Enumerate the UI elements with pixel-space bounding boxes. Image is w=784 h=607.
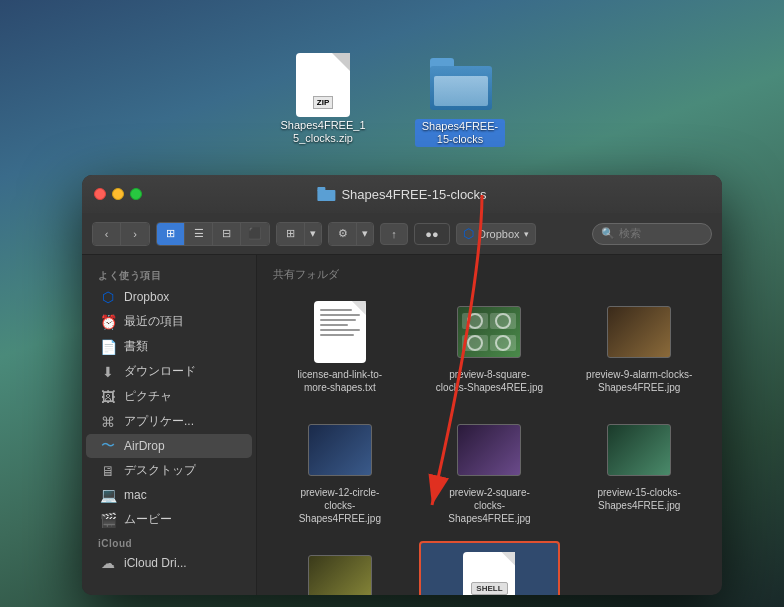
action-chevron[interactable]: ▾: [357, 223, 373, 245]
favorites-section-label: よく使う項目: [82, 263, 256, 285]
share-button[interactable]: ↑: [380, 223, 408, 245]
sidebar-applications-label: アプリケー...: [124, 413, 194, 430]
list-item[interactable]: preview-9-alarm-clocks-Shapes4FREE.jpg: [568, 292, 710, 402]
preview12-label: preview-12-circle-clocks-Shapes4FREE.jpg: [285, 486, 395, 525]
sidebar-item-applications[interactable]: ⌘ アプリケー...: [86, 409, 252, 434]
documents-icon: 📄: [100, 339, 116, 355]
csh-file-thumb: SHELL: [457, 551, 521, 595]
airdrop-icon: 〜: [100, 438, 116, 454]
preview8-label: preview-8-square-clocks-Shapes4REE.jpg: [434, 368, 544, 394]
movies-icon: 🎬: [100, 512, 116, 528]
sidebar-item-mac[interactable]: 💻 mac: [86, 483, 252, 507]
dropbox-button[interactable]: ⬡ Dropbox ▾: [456, 223, 536, 245]
back-button[interactable]: ‹: [93, 223, 121, 245]
sidebar: よく使う項目 ⬡ Dropbox ⏰ 最近の項目 📄 書類: [82, 255, 257, 595]
tags-button[interactable]: ●●: [414, 223, 450, 245]
list-item[interactable]: preview-2-square-clocks-Shapes4FREE.jpg: [419, 410, 561, 533]
txt-file-thumb: [308, 300, 372, 364]
list-item[interactable]: preview-31-circle-clocks-Shapes4FREE.jpg: [269, 541, 411, 595]
preview2sq-thumb: [457, 418, 521, 482]
pictures-icon: 🖼: [100, 389, 116, 405]
sidebar-mac-label: mac: [124, 488, 147, 502]
sort-button[interactable]: ⊞: [277, 223, 305, 245]
recents-icon: ⏰: [100, 314, 116, 330]
desktop: ZIP Shapes4FREE_15_clocks.zip Shapes4FRE…: [0, 0, 784, 607]
action-button[interactable]: ⚙: [329, 223, 357, 245]
sort-chevron[interactable]: ▾: [305, 223, 321, 245]
preview2sq-label: preview-2-square-clocks-Shapes4FREE.jpg: [434, 486, 544, 525]
nav-buttons: ‹ ›: [92, 222, 150, 246]
folder-filename: Shapes4FREE-15-clocks: [415, 119, 505, 147]
list-item[interactable]: preview-12-circle-clocks-Shapes4FREE.jpg: [269, 410, 411, 533]
downloads-icon: ⬇: [100, 364, 116, 380]
preview15-label: preview-15-clocks-Shapes4FREE.jpg: [584, 486, 694, 512]
maximize-button[interactable]: [130, 188, 142, 200]
sidebar-item-desktop[interactable]: 🖥 デスクトップ: [86, 458, 252, 483]
preview31-thumb: [308, 549, 372, 595]
preview8-thumb: [457, 300, 521, 364]
sidebar-item-dropbox[interactable]: ⬡ Dropbox: [86, 285, 252, 309]
preview15-thumb: [607, 418, 671, 482]
txt-file-label: license-and-link-to-more-shapes.txt: [285, 368, 395, 394]
sidebar-item-documents[interactable]: 📄 書類: [86, 334, 252, 359]
list-item[interactable]: SHELL Shapes4FREE-15-clocks.csh: [419, 541, 561, 595]
search-icon: 🔍: [601, 227, 615, 240]
minimize-button[interactable]: [112, 188, 124, 200]
zip-filename: Shapes4FREE_15_clocks.zip: [278, 119, 368, 145]
sidebar-icloud-label: iCloud Dri...: [124, 556, 187, 570]
sidebar-item-recents[interactable]: ⏰ 最近の項目: [86, 309, 252, 334]
desktop-icon-folder[interactable]: Shapes4FREE-15-clocks: [415, 55, 505, 147]
list-item[interactable]: preview-15-clocks-Shapes4FREE.jpg: [568, 410, 710, 533]
sidebar-desktop-label: デスクトップ: [124, 462, 196, 479]
mac-icon: 💻: [100, 487, 116, 503]
preview12-thumb: [308, 418, 372, 482]
view-buttons: ⊞ ☰ ⊟ ⬛: [156, 222, 270, 246]
view-icon-button[interactable]: ⊞: [157, 223, 185, 245]
sidebar-movies-label: ムービー: [124, 511, 172, 528]
sidebar-item-icloud-drive[interactable]: ☁ iCloud Dri...: [86, 551, 252, 575]
list-item[interactable]: preview-8-square-clocks-Shapes4REE.jpg: [419, 292, 561, 402]
sidebar-downloads-label: ダウンロード: [124, 363, 196, 380]
sidebar-documents-label: 書類: [124, 338, 148, 355]
title-folder-icon: [317, 187, 335, 201]
sidebar-item-airdrop[interactable]: 〜 AirDrop: [86, 434, 252, 458]
window-controls: [94, 188, 142, 200]
sidebar-item-pictures[interactable]: 🖼 ピクチャ: [86, 384, 252, 409]
section-header: 共有フォルダ: [265, 263, 714, 288]
applications-icon: ⌘: [100, 414, 116, 430]
zip-label: ZIP: [313, 96, 333, 109]
titlebar: Shapes4FREE-15-clocks: [82, 175, 722, 213]
preview9-label: preview-9-alarm-clocks-Shapes4FREE.jpg: [584, 368, 694, 394]
csh-inner-label: SHELL: [471, 582, 507, 595]
preview9-thumb: [607, 300, 671, 364]
desktop-icon-sidebar: 🖥: [100, 463, 116, 479]
action-buttons: ⚙ ▾: [328, 222, 374, 246]
sidebar-item-downloads[interactable]: ⬇ ダウンロード: [86, 359, 252, 384]
icloud-icon: ☁: [100, 555, 116, 571]
toolbar: ‹ › ⊞ ☰ ⊟ ⬛ ⊞ ▾ ⚙ ▾: [82, 213, 722, 255]
sidebar-item-movies[interactable]: 🎬 ムービー: [86, 507, 252, 532]
view-columns-button[interactable]: ⊟: [213, 223, 241, 245]
sidebar-recents-label: 最近の項目: [124, 313, 184, 330]
sidebar-airdrop-label: AirDrop: [124, 439, 165, 453]
desktop-icon-zip[interactable]: ZIP Shapes4FREE_15_clocks.zip: [278, 55, 368, 145]
sidebar-dropbox-label: Dropbox: [124, 290, 169, 304]
file-grid: license-and-link-to-more-shapes.txt: [265, 288, 714, 595]
close-button[interactable]: [94, 188, 106, 200]
search-box[interactable]: 🔍 検索: [592, 223, 712, 245]
finder-window: Shapes4FREE-15-clocks ‹ › ⊞ ☰ ⊟ ⬛: [82, 175, 722, 595]
icloud-section-label: iCloud: [82, 532, 256, 551]
dropbox-icon: ⬡: [100, 289, 116, 305]
forward-button[interactable]: ›: [121, 223, 149, 245]
main-area: よく使う項目 ⬡ Dropbox ⏰ 最近の項目 📄 書類: [82, 255, 722, 595]
file-grid-area: 共有フォルダ: [257, 255, 722, 595]
window-title: Shapes4FREE-15-clocks: [317, 187, 486, 202]
sidebar-pictures-label: ピクチャ: [124, 388, 172, 405]
sort-buttons: ⊞ ▾: [276, 222, 322, 246]
view-list-button[interactable]: ☰: [185, 223, 213, 245]
view-gallery-button[interactable]: ⬛: [241, 223, 269, 245]
list-item[interactable]: license-and-link-to-more-shapes.txt: [269, 292, 411, 402]
